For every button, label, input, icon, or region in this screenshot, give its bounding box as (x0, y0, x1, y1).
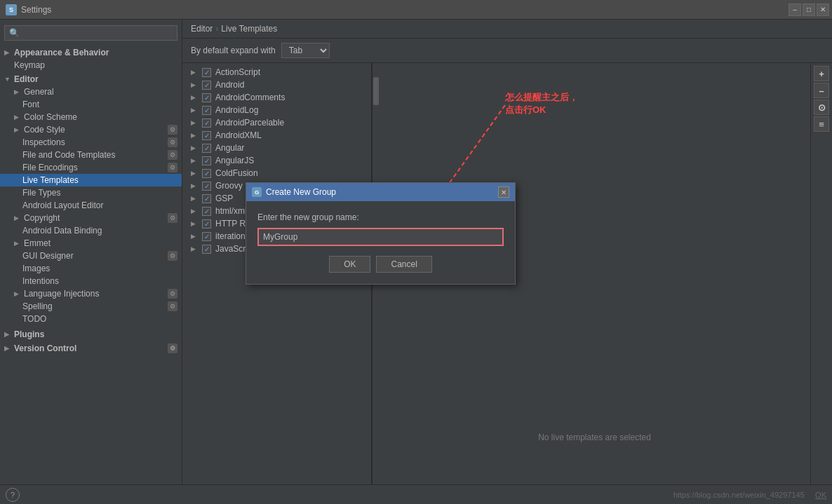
dialog-icon: G (252, 187, 262, 197)
dialog-buttons: OK Cancel (257, 256, 504, 273)
dialog-body: Enter the new group name: OK Cancel (246, 201, 515, 284)
group-name-input[interactable] (257, 228, 504, 246)
dialog-overlay: 怎么提醒主之后， 点击行OK G Create New Group ✕ Ente… (0, 0, 832, 504)
dialog-title-bar: G Create New Group ✕ (246, 183, 515, 201)
dialog-close-button[interactable]: ✕ (498, 186, 509, 198)
cancel-button[interactable]: Cancel (376, 256, 431, 273)
dialog-title: Create New Group (266, 187, 336, 197)
create-new-group-dialog: G Create New Group ✕ Enter the new group… (246, 182, 516, 285)
dialog-input-row (257, 228, 504, 246)
dialog-label: Enter the new group name: (257, 212, 504, 222)
annotation-text: 怎么提醒主之后， 点击行OK (505, 91, 578, 116)
ok-button[interactable]: OK (329, 256, 370, 273)
